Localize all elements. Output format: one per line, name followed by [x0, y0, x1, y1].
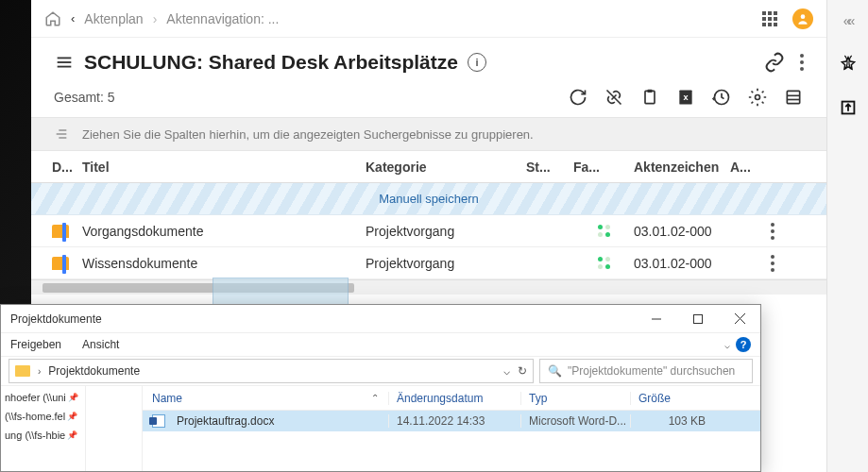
svg-point-0 — [801, 14, 806, 19]
breadcrumb: Aktenplan › Aktennavigation: ... — [84, 11, 279, 26]
explorer-window[interactable]: Projektdokumente Freigeben Ansicht ⌵ ? ›… — [0, 304, 761, 472]
table-body: +Kopieren Manuell speichern Vorgangsdoku… — [31, 183, 826, 279]
explorer-menubar: Freigeben Ansicht ⌵ ? — [1, 333, 760, 356]
svg-rect-5 — [645, 91, 655, 103]
link-icon[interactable] — [764, 52, 785, 73]
user-avatar-icon[interactable] — [792, 8, 813, 29]
total-count: Gesamt: 5 — [54, 90, 115, 105]
col-type[interactable]: Typ — [520, 392, 630, 405]
explorer-nav-spacer — [86, 386, 143, 471]
info-icon[interactable]: i — [468, 53, 486, 72]
explorer-columns: Name⌃ Änderungsdatum Typ Größe — [143, 386, 760, 411]
topbar: ‹ Aktenplan › Aktennavigation: ... — [31, 0, 826, 38]
page-title: SCHULUNG: Shared Desk Arbeitsplätze — [84, 51, 458, 74]
clipboard-icon[interactable] — [639, 87, 660, 108]
minimize-button[interactable] — [636, 305, 677, 333]
table-row[interactable]: Vorgangsdokumente Projektvorgang 03.01.0… — [31, 215, 826, 247]
binder-icon — [52, 225, 69, 238]
search-placeholder: "Projektdokumente" durchsuchen — [568, 364, 735, 378]
nav-item[interactable]: nhoefer (\\uni📌 — [1, 388, 85, 407]
breadcrumb-back-icon[interactable]: ‹ — [71, 11, 75, 25]
menu-ansicht[interactable]: Ansicht — [82, 338, 119, 351]
svg-rect-11 — [787, 91, 799, 103]
nav-item[interactable]: ung (\\fs-hbie📌 — [1, 426, 85, 445]
collapse-rail-icon[interactable]: «« — [835, 8, 861, 34]
close-button[interactable] — [719, 305, 760, 333]
col-header-status[interactable]: St... — [526, 160, 573, 175]
group-by-bar[interactable]: Ziehen Sie die Spalten hierhin, um die a… — [31, 117, 826, 151]
export-excel-icon[interactable]: x — [675, 87, 696, 108]
title-overflow-menu[interactable] — [800, 54, 804, 71]
table-header: D... Titel Kategorie St... Fa... Aktenze… — [31, 151, 826, 183]
apps-grid-icon[interactable] — [762, 11, 777, 26]
file-name: Projektauftrag.docx — [177, 414, 274, 428]
address-path[interactable]: Projektdokumente — [48, 364, 140, 378]
col-header-d[interactable]: D... — [41, 160, 82, 175]
right-rail: «« — [826, 0, 868, 472]
col-header-aktenzeichen[interactable]: Aktenzeichen — [634, 160, 730, 175]
svg-rect-6 — [648, 90, 653, 93]
col-name[interactable]: Name⌃ — [152, 392, 388, 405]
explorer-window-title: Projektdokumente — [10, 312, 102, 326]
export-icon[interactable] — [835, 94, 861, 121]
breadcrumb-item-2[interactable]: Aktennavigation: ... — [166, 11, 279, 26]
row-overflow-menu[interactable] — [758, 223, 787, 240]
help-icon[interactable]: ? — [736, 337, 751, 352]
summary-row: Gesamt: 5 x — [31, 83, 826, 117]
horizontal-scrollbar[interactable] — [31, 279, 826, 295]
col-header-a[interactable]: A... — [730, 160, 758, 175]
refresh-icon[interactable] — [568, 87, 588, 108]
word-doc-icon — [152, 414, 165, 428]
home-icon[interactable] — [44, 10, 61, 27]
col-header-fa[interactable]: Fa... — [573, 160, 634, 175]
ribbon-expand-icon[interactable]: ⌵ — [724, 340, 730, 350]
row-category: Projektvorgang — [366, 224, 526, 239]
drop-target-row[interactable]: Manuell speichern — [31, 183, 826, 215]
table-row[interactable]: Wissensdokumente Projektvorgang 03.01.02… — [31, 247, 826, 279]
group-by-hint: Ziehen Sie die Spalten hierhin, um die a… — [82, 127, 534, 142]
menu-freigeben[interactable]: Freigeben — [10, 338, 61, 351]
address-dropdown-icon[interactable]: ⌵ — [503, 364, 510, 378]
row-overflow-menu[interactable] — [758, 255, 787, 272]
file-date: 14.11.2022 14:33 — [388, 414, 520, 428]
chevron-right-icon[interactable]: › — [38, 366, 41, 377]
sort-asc-icon: ⌃ — [371, 393, 379, 403]
explorer-titlebar[interactable]: Projektdokumente — [1, 305, 760, 333]
nav-item[interactable]: (\\fs-home.fel📌 — [1, 407, 85, 426]
col-header-category[interactable]: Kategorie — [366, 160, 526, 175]
row-title: Wissensdokumente — [82, 256, 366, 271]
toolbar: x — [568, 87, 804, 108]
row-category: Projektvorgang — [366, 256, 526, 271]
explorer-search-input[interactable]: 🔍 "Projektdokumente" durchsuchen — [539, 359, 753, 383]
hamburger-icon[interactable] — [54, 52, 75, 73]
settings-icon[interactable] — [747, 87, 768, 108]
search-icon: 🔍 — [548, 364, 562, 378]
list-view-icon[interactable] — [783, 87, 804, 108]
explorer-address-row: › Projektdokumente ⌵ ↻ 🔍 "Projektdokumen… — [1, 356, 760, 386]
explorer-nav-tree[interactable]: nhoefer (\\uni📌 (\\fs-home.fel📌 ung (\\f… — [1, 386, 86, 471]
explorer-file-list: Name⌃ Änderungsdatum Typ Größe Projektau… — [143, 386, 760, 471]
col-header-title[interactable]: Titel — [82, 160, 366, 175]
refresh-icon[interactable]: ↻ — [518, 364, 527, 378]
pdf-icon[interactable] — [835, 51, 861, 77]
folder-icon — [15, 365, 30, 377]
indent-icon — [54, 126, 69, 142]
unlink-icon[interactable] — [604, 87, 624, 108]
col-size[interactable]: Größe — [630, 392, 706, 405]
maximize-button[interactable] — [677, 305, 719, 333]
row-title: Vorgangsdokumente — [82, 224, 366, 239]
file-size: 103 KB — [630, 414, 706, 428]
title-row: SCHULUNG: Shared Desk Arbeitsplätze i — [31, 38, 826, 83]
drop-action-label: Manuell speichern — [379, 192, 479, 206]
row-aktenzeichen: 03.01.02-000 — [634, 224, 730, 239]
history-icon[interactable] — [711, 87, 732, 108]
status-dots-icon — [573, 225, 634, 237]
breadcrumb-sep-icon: › — [153, 11, 158, 26]
address-bar[interactable]: › Projektdokumente ⌵ ↻ — [9, 359, 534, 383]
status-dots-icon — [573, 257, 634, 269]
col-date[interactable]: Änderungsdatum — [388, 392, 520, 405]
file-row-selected[interactable]: Projektauftrag.docx 14.11.2022 14:33 Mic… — [143, 411, 760, 431]
binder-icon — [52, 257, 69, 270]
breadcrumb-item-1[interactable]: Aktenplan — [84, 11, 143, 26]
scrollbar-thumb[interactable] — [43, 283, 354, 293]
